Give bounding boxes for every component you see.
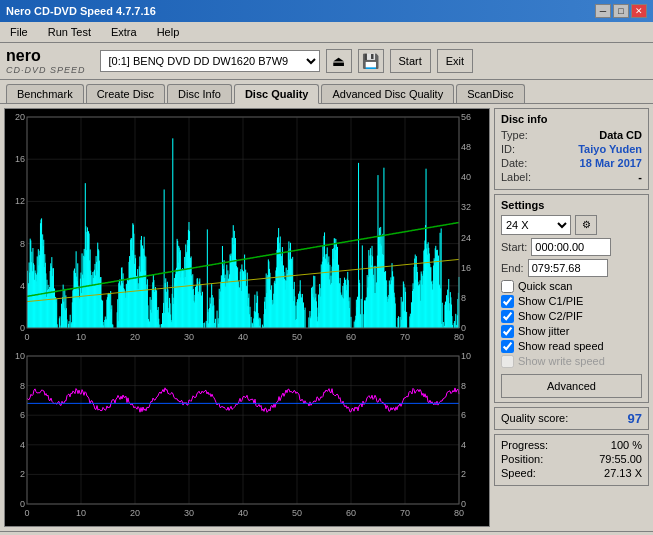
menu-extra[interactable]: Extra [105, 24, 143, 40]
disc-type-label: Type: [501, 129, 528, 141]
maximize-button[interactable]: □ [613, 4, 629, 18]
right-panel: Disc info Type: Data CD ID: Taiyo Yuden … [494, 108, 649, 527]
read-speed-row: Show read speed [501, 340, 642, 353]
position-row: Position: 79:55.00 [501, 453, 642, 465]
disc-info-title: Disc info [501, 113, 642, 125]
end-label: End: [501, 262, 524, 274]
disc-date-row: Date: 18 Mar 2017 [501, 157, 642, 169]
quick-scan-label: Quick scan [518, 280, 572, 292]
logo: nero CD·DVD SPEED [6, 47, 86, 75]
position-label: Position: [501, 453, 543, 465]
settings-panel: Settings 24 X ⚙ Start: End: Quick scan [494, 194, 649, 403]
disc-date-value: 18 Mar 2017 [580, 157, 642, 169]
c2pif-row: Show C2/PIF [501, 310, 642, 323]
tabs: Benchmark Create Disc Disc Info Disc Qua… [0, 80, 653, 104]
progress-panel: Progress: 100 % Position: 79:55.00 Speed… [494, 434, 649, 486]
progress-row: Progress: 100 % [501, 439, 642, 451]
window-title: Nero CD-DVD Speed 4.7.7.16 [6, 5, 156, 17]
disc-info-panel: Disc info Type: Data CD ID: Taiyo Yuden … [494, 108, 649, 190]
chart-top [5, 109, 489, 350]
logo-subtitle: CD·DVD SPEED [6, 65, 86, 75]
quality-score-label: Quality score: [501, 412, 568, 424]
tab-advanced-disc-quality[interactable]: Advanced Disc Quality [321, 84, 454, 103]
title-bar: Nero CD-DVD Speed 4.7.7.16 ─ □ ✕ [0, 0, 653, 22]
disc-id-row: ID: Taiyo Yuden [501, 143, 642, 155]
write-speed-checkbox[interactable] [501, 355, 514, 368]
speed-value: 27.13 X [604, 467, 642, 479]
quality-score-value: 97 [628, 411, 642, 426]
start-button[interactable]: Start [390, 49, 431, 73]
disc-id-label: ID: [501, 143, 515, 155]
eject-icon-button[interactable]: ⏏ [326, 49, 352, 73]
chart-area [4, 108, 490, 527]
disc-label-label: Label: [501, 171, 531, 183]
read-speed-checkbox[interactable] [501, 340, 514, 353]
c1pie-row: Show C1/PIE [501, 295, 642, 308]
disc-type-row: Type: Data CD [501, 129, 642, 141]
tab-disc-info[interactable]: Disc Info [167, 84, 232, 103]
quality-score-panel: Quality score: 97 [494, 407, 649, 430]
start-row: Start: [501, 238, 642, 256]
menu-run-test[interactable]: Run Test [42, 24, 97, 40]
speed-row: Speed: 27.13 X [501, 467, 642, 479]
jitter-label: Show jitter [518, 325, 569, 337]
disc-label-row: Label: - [501, 171, 642, 183]
jitter-checkbox[interactable] [501, 325, 514, 338]
save-icon-button[interactable]: 💾 [358, 49, 384, 73]
advanced-button[interactable]: Advanced [501, 374, 642, 398]
menu-file[interactable]: File [4, 24, 34, 40]
tab-create-disc[interactable]: Create Disc [86, 84, 165, 103]
menu-bar: File Run Test Extra Help [0, 22, 653, 43]
main-content: Disc info Type: Data CD ID: Taiyo Yuden … [0, 104, 653, 531]
toolbar: nero CD·DVD SPEED [0:1] BENQ DVD DD DW16… [0, 43, 653, 80]
minimize-button[interactable]: ─ [595, 4, 611, 18]
chart-bottom [5, 350, 489, 526]
jitter-row: Show jitter [501, 325, 642, 338]
disc-id-value: Taiyo Yuden [578, 143, 642, 155]
quick-scan-checkbox[interactable] [501, 280, 514, 293]
c2pif-label: Show C2/PIF [518, 310, 583, 322]
exit-button[interactable]: Exit [437, 49, 473, 73]
tab-scan-disc[interactable]: ScanDisc [456, 84, 524, 103]
drive-select[interactable]: [0:1] BENQ DVD DD DW1620 B7W9 [100, 50, 320, 72]
speed-row: 24 X ⚙ [501, 215, 642, 235]
menu-help[interactable]: Help [151, 24, 186, 40]
position-value: 79:55.00 [599, 453, 642, 465]
title-bar-buttons: ─ □ ✕ [595, 4, 647, 18]
read-speed-label: Show read speed [518, 340, 604, 352]
settings-icon-button[interactable]: ⚙ [575, 215, 597, 235]
logo-nero: nero [6, 47, 86, 65]
end-input[interactable] [528, 259, 608, 277]
start-label: Start: [501, 241, 527, 253]
start-input[interactable] [531, 238, 611, 256]
end-row: End: [501, 259, 642, 277]
c1pie-label: Show C1/PIE [518, 295, 583, 307]
write-speed-row: Show write speed [501, 355, 642, 368]
settings-title: Settings [501, 199, 642, 211]
quick-scan-row: Quick scan [501, 280, 642, 293]
c2pif-checkbox[interactable] [501, 310, 514, 323]
stats-bar: C1 Errors Average: 0.46 Maximum: 18 Tota… [0, 531, 653, 535]
disc-date-label: Date: [501, 157, 527, 169]
close-button[interactable]: ✕ [631, 4, 647, 18]
progress-value: 100 % [611, 439, 642, 451]
tab-benchmark[interactable]: Benchmark [6, 84, 84, 103]
c1pie-checkbox[interactable] [501, 295, 514, 308]
write-speed-label: Show write speed [518, 355, 605, 367]
speed-label: Speed: [501, 467, 536, 479]
disc-type-value: Data CD [599, 129, 642, 141]
disc-label-value: - [638, 171, 642, 183]
tab-disc-quality[interactable]: Disc Quality [234, 84, 320, 104]
speed-select[interactable]: 24 X [501, 215, 571, 235]
progress-label: Progress: [501, 439, 548, 451]
